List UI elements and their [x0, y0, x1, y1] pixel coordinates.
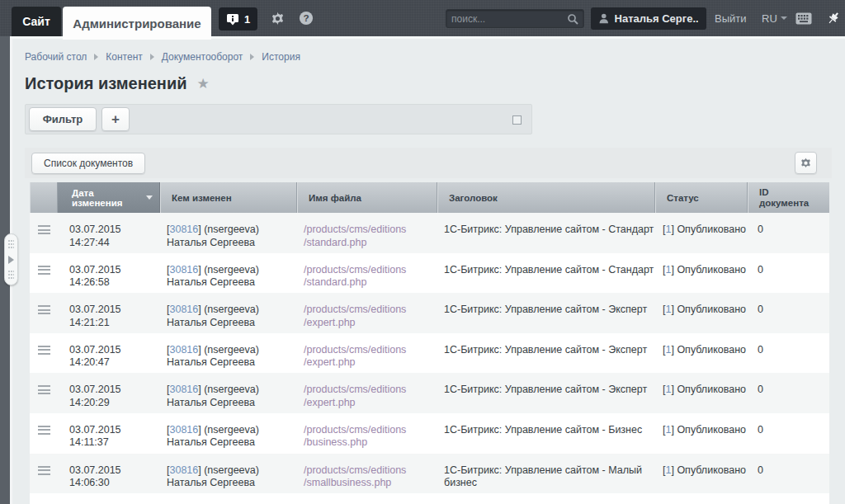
table-header-row: Дата изменения Кем изменен Имя файла Заг…: [30, 182, 829, 213]
file-path-link[interactable]: /products/cms/editions: [304, 384, 431, 397]
settings-gear-icon[interactable]: [268, 0, 286, 36]
row-actions-menu-icon[interactable]: [38, 305, 50, 314]
cell-date: 03.07.201514:27:44: [58, 213, 160, 253]
cell-date: 03.07.201514:20:47: [58, 333, 160, 374]
filter-button[interactable]: Фильтр: [29, 107, 97, 131]
cell-file-name: /products/cms/editions /expert.php: [297, 293, 437, 333]
file-name-link[interactable]: /standard.php: [304, 237, 431, 250]
file-name-link[interactable]: /expert.php: [304, 356, 431, 370]
cell-modified-by: [30816] (nsergeeva) Наталья Сергеева: [160, 213, 297, 253]
status-id-link[interactable]: 1: [665, 304, 671, 317]
logout-link[interactable]: Выйти: [715, 0, 747, 36]
file-name-link[interactable]: /smallbusiness.php: [304, 477, 431, 490]
hotkeys-keyboard-icon[interactable]: [794, 0, 814, 36]
status-id-link[interactable]: 1: [665, 344, 671, 357]
grid-toolbar: Список документов: [25, 148, 832, 178]
cell-title: 1С-Битрикс: Управление сайтом - Стандарт: [437, 253, 655, 294]
table-row[interactable]: 03.07.201514:06:30 [30816] (nsergeeva) Н…: [30, 454, 829, 494]
help-icon[interactable]: ?: [297, 0, 315, 36]
filter-settings-icon[interactable]: [512, 115, 522, 125]
table-row[interactable]: 03.07.201514:20:29 [30816] (nsergeeva) Н…: [30, 373, 829, 413]
gear-icon: [800, 157, 812, 169]
cell-date: 03.07.201514:11:37: [58, 413, 160, 454]
table-row[interactable]: 03.07.201514:27:44 [30816] (nsergeeva) Н…: [30, 213, 829, 253]
column-header-id[interactable]: ID документа: [748, 182, 829, 213]
status-id-link[interactable]: 1: [665, 224, 671, 237]
table-row[interactable]: 03.07.201514:11:37 [30816] (nsergeeva) Н…: [30, 413, 829, 454]
row-actions-menu-icon[interactable]: [38, 266, 50, 275]
file-name-link[interactable]: /standard.php: [304, 276, 431, 290]
language-select[interactable]: RU: [762, 0, 787, 36]
row-actions-menu-icon[interactable]: [38, 426, 50, 435]
cell-modified-by: [30816] (nsergeeva) Наталья Сергеева: [160, 373, 297, 413]
column-header-file[interactable]: Имя файла: [297, 182, 437, 213]
user-menu-button[interactable]: Наталья Серге...: [591, 7, 706, 30]
cell-date: 03.07.201514:20:29: [58, 373, 160, 413]
grid-settings-button[interactable]: [795, 152, 817, 174]
row-actions-menu-icon[interactable]: [38, 466, 50, 475]
file-path-link[interactable]: /products/cms/editions: [304, 304, 431, 317]
pin-icon[interactable]: [824, 0, 843, 36]
cell-doc-id: 0: [748, 454, 829, 494]
file-path-link[interactable]: /products/cms/editions: [304, 424, 431, 437]
cell-file-name: /products/cms/editions /standard.php: [297, 253, 437, 294]
user-id-link[interactable]: 30816: [169, 304, 198, 315]
file-path-link[interactable]: /products/cms/editions: [304, 344, 431, 357]
file-path-link[interactable]: /products/cms/editions: [304, 464, 431, 478]
user-id-link[interactable]: 30816: [169, 344, 198, 356]
row-actions-menu-icon[interactable]: [38, 385, 50, 394]
cell-modified-by: [30816] (nsergeeva) Наталья Сергеева: [160, 293, 297, 333]
breadcrumb-item-desktop[interactable]: Рабочий стол: [25, 51, 87, 63]
table-row[interactable]: 03.07.201514:20:47 [30816] (nsergeeva) Н…: [30, 333, 829, 374]
grip-dots-top: [8, 240, 14, 248]
file-name-link[interactable]: /business.php: [304, 436, 431, 450]
table-row[interactable]: 03.07.201514:21:21 [30816] (nsergeeva) Н…: [30, 293, 829, 333]
user-id-link[interactable]: 30816: [169, 464, 198, 476]
cell-status: [1] Опубликовано: [655, 333, 748, 374]
cell-title: 1С-Битрикс: Управление сайтом - Бизнес: [437, 413, 655, 454]
search-input[interactable]: [451, 13, 567, 25]
cell-file-name: /products/cms/editions /expert.php: [297, 373, 437, 413]
tab-site[interactable]: Сайт: [12, 7, 61, 36]
table-row[interactable]: 03.07.201514:26:58 [30816] (nsergeeva) Н…: [30, 253, 829, 294]
tab-administration[interactable]: Администрирование: [63, 7, 211, 40]
breadcrumb-item-history[interactable]: История: [262, 51, 300, 63]
grip-dots-bottom: [8, 271, 14, 279]
breadcrumb-item-content[interactable]: Контент: [106, 51, 142, 63]
notifications-count: 1: [244, 13, 250, 26]
user-id-link[interactable]: 30816: [169, 424, 198, 436]
add-filter-button[interactable]: +: [101, 107, 130, 131]
row-actions-menu-icon[interactable]: [38, 346, 50, 355]
cell-date: 03.07.201514:21:21: [58, 293, 160, 333]
row-actions-menu-icon[interactable]: [38, 225, 50, 234]
notifications-button[interactable]: 1: [219, 7, 257, 31]
user-id-link[interactable]: 30816: [169, 224, 198, 235]
cell-title: 1С-Битрикс: Управление сайтом - Малый би…: [437, 454, 655, 494]
column-header-status[interactable]: Статус: [655, 182, 748, 213]
user-id-link[interactable]: 30816: [169, 264, 198, 276]
breadcrumb-item-workflow[interactable]: Документооборот: [162, 51, 243, 63]
status-id-link[interactable]: 1: [665, 424, 671, 437]
file-name-link[interactable]: /expert.php: [304, 317, 431, 330]
column-header-title[interactable]: Заголовок: [437, 182, 655, 213]
status-id-link[interactable]: 1: [665, 464, 671, 478]
user-id-link[interactable]: 30816: [169, 384, 198, 395]
search-icon[interactable]: [567, 13, 578, 25]
status-id-link[interactable]: 1: [665, 264, 671, 277]
table-body: 03.07.201514:27:44 [30816] (nsergeeva) Н…: [30, 213, 829, 493]
column-header-user[interactable]: Кем изменен: [160, 182, 297, 213]
notification-bubble-icon: [226, 13, 239, 26]
cell-modified-by: [30816] (nsergeeva) Наталья Сергеева: [160, 454, 297, 494]
file-name-link[interactable]: /expert.php: [304, 397, 431, 410]
sidebar-expand-handle[interactable]: [4, 233, 18, 285]
cell-status: [1] Опубликовано: [655, 253, 748, 294]
breadcrumb-arrow-icon: [150, 54, 154, 60]
view-list-documents-button[interactable]: Список документов: [31, 153, 145, 174]
cell-status: [1] Опубликовано: [655, 373, 748, 413]
column-header-date[interactable]: Дата изменения: [58, 182, 160, 213]
cell-file-name: /products/cms/editions /smallbusiness.ph…: [297, 454, 437, 494]
favorite-star-icon[interactable]: ★: [197, 75, 210, 92]
file-path-link[interactable]: /products/cms/editions: [304, 264, 431, 277]
status-id-link[interactable]: 1: [665, 384, 671, 397]
file-path-link[interactable]: /products/cms/editions: [304, 224, 431, 237]
